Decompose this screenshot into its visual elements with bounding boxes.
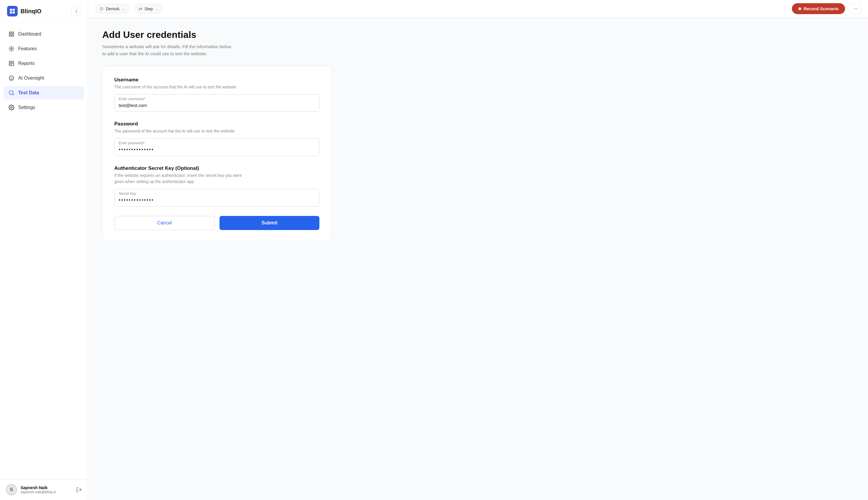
app-logo-icon xyxy=(7,6,18,16)
demo-icon: ⊙ xyxy=(100,6,103,11)
more-dots-icon: ··· xyxy=(853,5,857,12)
sidebar-item-features-label: Features xyxy=(18,46,37,52)
page-title: Add User credentials xyxy=(102,30,854,40)
content-area: Add User credentials Sometimes a website… xyxy=(88,18,868,500)
user-email: sapnesh.naik@blinq.io xyxy=(21,490,72,494)
sidebar-item-settings-label: Settings xyxy=(18,105,35,110)
dashboard-icon xyxy=(8,31,15,37)
sidebar-item-test-data-label: Test Data xyxy=(18,90,39,95)
svg-rect-5 xyxy=(12,32,14,34)
svg-rect-3 xyxy=(13,11,15,13)
submit-button[interactable]: Submit xyxy=(219,216,319,230)
test-data-icon xyxy=(8,90,15,96)
password-input-header: Enter password* xyxy=(115,139,319,146)
secret-key-input-header: Secret Key xyxy=(115,189,319,196)
svg-point-16 xyxy=(11,107,12,109)
sidebar-item-reports[interactable]: Reports xyxy=(3,57,84,70)
sidebar-item-reports-label: Reports xyxy=(18,61,35,66)
svg-point-13 xyxy=(9,76,14,80)
username-input-group[interactable]: Enter username* test@test.com xyxy=(114,94,319,112)
sidebar-footer: S Sapnesh Naik sapnesh.naik@blinq.io xyxy=(0,479,88,500)
avatar: S xyxy=(6,484,17,495)
sidebar-header: BlinqIO ⟨ xyxy=(0,0,88,23)
password-label: Password xyxy=(114,121,319,127)
sidebar-item-dashboard-label: Dashboard xyxy=(18,32,41,37)
username-label: Username xyxy=(114,77,319,83)
demo-label: DemoA xyxy=(106,7,120,11)
password-section: Password The password of the account hat… xyxy=(114,121,319,156)
page-subtitle: Sometimes a website will ask for details… xyxy=(102,43,854,57)
svg-point-8 xyxy=(11,48,12,50)
logout-button[interactable] xyxy=(76,487,82,493)
step-chevron-icon: ⌄ xyxy=(156,7,158,11)
username-input-value[interactable]: test@test.com xyxy=(115,102,319,111)
svg-line-15 xyxy=(13,94,14,95)
sidebar-item-ai-oversight-label: AI Oversight xyxy=(18,76,44,81)
sidebar-item-features[interactable]: Features xyxy=(3,42,84,56)
ai-oversight-icon xyxy=(8,75,15,81)
password-input-value[interactable]: •••••••••••••• xyxy=(115,146,319,156)
user-name: Sapnesh Naik xyxy=(21,485,72,490)
record-dot-icon xyxy=(798,7,801,10)
secret-key-description: If the website requires an authenticator… xyxy=(114,172,319,185)
app-name: BlinqIO xyxy=(21,8,42,15)
record-scenario-button[interactable]: Record Scenario xyxy=(792,3,845,14)
step-selector[interactable]: ⇄ Step ⌄ xyxy=(134,4,163,13)
sidebar-item-ai-oversight[interactable]: AI Oversight xyxy=(3,71,84,85)
sidebar-item-dashboard[interactable]: Dashboard xyxy=(3,27,84,41)
svg-rect-7 xyxy=(12,35,14,36)
username-section: Username The username of the account tha… xyxy=(114,77,319,112)
step-icon: ⇄ xyxy=(138,6,142,11)
sidebar-item-settings[interactable]: Settings xyxy=(3,101,84,114)
sidebar: BlinqIO ⟨ Dashboard xyxy=(0,0,88,500)
secret-key-input-value[interactable]: •••••••••••••• xyxy=(115,196,319,206)
reports-icon xyxy=(8,60,15,67)
sidebar-nav: Dashboard Features Reports xyxy=(0,23,88,479)
step-label: Step xyxy=(145,7,153,11)
password-input-group[interactable]: Enter password* •••••••••••••• xyxy=(114,138,319,156)
sidebar-collapse-button[interactable]: ⟨ xyxy=(71,7,81,16)
main-area: ⊙ DemoA ⌄ ⇄ Step ⌄ Record Scenario ··· A… xyxy=(88,0,868,500)
record-button-label: Record Scenario xyxy=(804,6,838,11)
features-icon xyxy=(8,46,15,52)
password-description: The password of the account hat the AI w… xyxy=(114,128,319,134)
svg-rect-1 xyxy=(13,9,15,11)
svg-rect-0 xyxy=(10,9,12,11)
svg-rect-2 xyxy=(10,11,12,13)
credentials-form-card: Username The username of the account tha… xyxy=(102,66,331,241)
demo-selector[interactable]: ⊙ DemoA ⌄ xyxy=(95,4,129,13)
secret-key-input-group[interactable]: Secret Key •••••••••••••• xyxy=(114,189,319,206)
username-description: The username of the account that the AI … xyxy=(114,84,319,90)
secret-key-section: Authenticator Secret Key (Optional) If t… xyxy=(114,166,319,206)
more-options-button[interactable]: ··· xyxy=(850,3,861,14)
username-input-header: Enter username* xyxy=(115,94,319,102)
form-actions: Cancel Submit xyxy=(114,216,319,230)
svg-rect-6 xyxy=(9,35,11,36)
sidebar-item-test-data[interactable]: Test Data xyxy=(3,86,84,100)
secret-key-label: Authenticator Secret Key (Optional) xyxy=(114,166,319,171)
settings-icon xyxy=(8,104,15,111)
svg-rect-4 xyxy=(9,32,11,34)
topbar: ⊙ DemoA ⌄ ⇄ Step ⌄ Record Scenario ··· xyxy=(88,0,868,18)
cancel-button[interactable]: Cancel xyxy=(114,216,215,230)
user-info: Sapnesh Naik sapnesh.naik@blinq.io xyxy=(21,485,72,494)
demo-chevron-icon: ⌄ xyxy=(122,7,125,11)
